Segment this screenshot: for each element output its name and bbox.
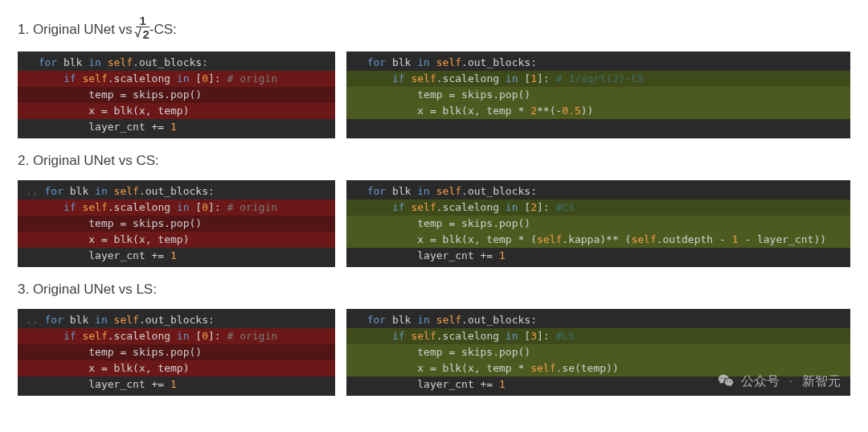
code-block-right: for blk in self.out_blocks: if self.scal… <box>346 180 850 267</box>
diff-row-1: for blk in self.out_blocks: if self.scal… <box>18 51 850 138</box>
code-line: temp = skips.pop() <box>346 87 850 103</box>
code-line: for blk in self.out_blocks: <box>18 55 335 71</box>
code-block-right: for blk in self.out_blocks: if self.scal… <box>346 51 850 138</box>
code-line: layer_cnt += 1 <box>18 376 335 393</box>
code-line: layer_cnt += 1 <box>346 376 850 393</box>
code-line: temp = skips.pop() <box>346 216 850 232</box>
code-line: for blk in self.out_blocks: <box>346 183 850 200</box>
code-block-left: .. for blk in self.out_blocks: if self.s… <box>18 180 335 267</box>
code-line: x = blk(x, temp) <box>18 103 335 119</box>
code-line: layer_cnt += 1 <box>346 248 850 264</box>
code-line: temp = skips.pop() <box>18 87 335 103</box>
code-line: temp = skips.pop() <box>18 344 335 360</box>
code-line: temp = skips.pop() <box>18 216 335 232</box>
code-line: x = blk(x, temp * self.se(temp)) <box>346 360 850 376</box>
code-line: if self.scalelong in [3]: #LS <box>346 328 850 344</box>
code-line: x = blk(x, temp * (self.kappa)** (self.o… <box>346 232 850 248</box>
code-block-left: for blk in self.out_blocks: if self.scal… <box>18 51 335 138</box>
code-line: if self.scalelong in [0]: # origin <box>18 200 335 216</box>
code-line: temp = skips.pop() <box>346 344 850 360</box>
code-line: layer_cnt += 1 <box>18 119 335 135</box>
fraction: 12 <box>136 14 149 40</box>
code-line: if self.scalelong in [2]: #CS <box>346 200 850 216</box>
code-line: if self.scalelong in [1]: # 1/sqrt(2)-CS <box>346 71 850 87</box>
code-line: .. for blk in self.out_blocks: <box>18 183 335 200</box>
section-title-2: 2. Original UNet vs CS: <box>18 153 850 169</box>
diff-row-3: .. for blk in self.out_blocks: if self.s… <box>18 309 850 396</box>
diff-row-2: .. for blk in self.out_blocks: if self.s… <box>18 180 850 267</box>
section-title-3: 3. Original UNet vs LS: <box>18 282 850 298</box>
section-title-1: 1. Original UNet vs 12-CS: <box>18 14 850 40</box>
code-line: if self.scalelong in [0]: # origin <box>18 71 335 87</box>
code-line: x = blk(x, temp) <box>18 232 335 248</box>
code-line: x = blk(x, temp * 2**(-0.5)) <box>346 103 850 119</box>
code-block-right: for blk in self.out_blocks: if self.scal… <box>346 309 850 396</box>
code-line: for blk in self.out_blocks: <box>346 55 850 71</box>
code-line: for blk in self.out_blocks: <box>346 312 850 328</box>
code-line: if self.scalelong in [0]: # origin <box>18 328 335 344</box>
code-block-left: .. for blk in self.out_blocks: if self.s… <box>18 309 335 396</box>
code-line: .. for blk in self.out_blocks: <box>18 312 335 328</box>
code-line: x = blk(x, temp) <box>18 360 335 376</box>
code-line: layer_cnt += 1 <box>18 248 335 264</box>
